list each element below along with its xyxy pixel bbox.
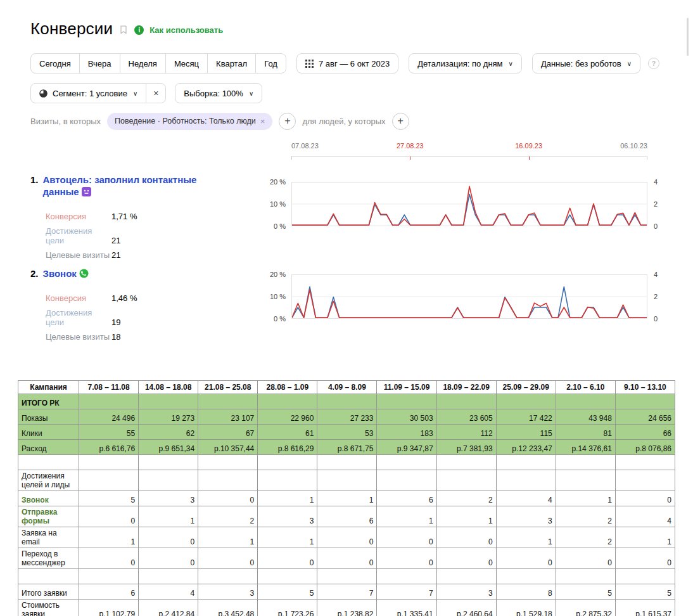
table-row: Переход в мессенджер0000000000 xyxy=(18,548,675,569)
cell-value xyxy=(556,470,615,491)
cell-value: 27 233 xyxy=(317,409,377,425)
cell-value: 112 xyxy=(436,425,496,440)
goal-2-link[interactable]: Звонок xyxy=(43,267,89,281)
left-axis-tick: 20 % xyxy=(260,177,286,186)
cell-value xyxy=(615,394,675,409)
cell-value: 1 xyxy=(377,506,436,527)
add-visit-condition-button[interactable]: + xyxy=(279,113,296,130)
segment-dropdown[interactable]: Сегмент: 1 условие ∨ xyxy=(30,83,146,103)
cell-value xyxy=(556,394,615,409)
cell-value: 7 xyxy=(377,584,436,600)
cell-value: 3 xyxy=(496,506,556,527)
chevron-down-icon: ∨ xyxy=(133,90,137,97)
cell-value: 1 xyxy=(615,527,675,548)
row-label: ИТОГО РК xyxy=(18,394,79,409)
cell-value: р.7 381,93 xyxy=(436,440,496,455)
sampling-label: Выборка: 100% xyxy=(184,89,243,98)
row-label: Переход в мессенджер xyxy=(18,548,79,569)
vertical-scrollbar[interactable] xyxy=(687,18,689,56)
period-button[interactable]: Вчера xyxy=(79,53,120,74)
cell-value: р.14 376,61 xyxy=(556,440,615,455)
cell-value: 6 xyxy=(79,584,139,600)
cell-value: 81 xyxy=(556,425,615,440)
period-column-header: 2.10 – 6.10 xyxy=(556,381,615,394)
cell-value: 17 422 xyxy=(496,409,556,425)
period-column-header: 14.08 – 18.08 xyxy=(139,381,198,394)
metric-label: Целевые визиты xyxy=(46,250,111,260)
period-button[interactable]: Неделя xyxy=(120,53,166,74)
period-button[interactable]: Квартал xyxy=(207,53,256,74)
cell-value: 0 xyxy=(139,527,198,548)
timeline-tick xyxy=(647,157,647,160)
add-people-condition-button[interactable]: + xyxy=(392,113,409,130)
row-label: Показы xyxy=(18,409,79,425)
cell-value: 5 xyxy=(556,584,615,600)
right-axis-tick: 2 xyxy=(654,292,666,301)
segment-remove-button[interactable]: × xyxy=(146,83,166,103)
sampling-dropdown[interactable]: Выборка: 100% ∨ xyxy=(175,83,262,103)
cell-value: р.8 616,29 xyxy=(258,440,317,455)
metric-value: 1,71 % xyxy=(111,212,137,221)
help-icon[interactable]: ? xyxy=(648,58,659,69)
chevron-down-icon: ∨ xyxy=(627,60,632,67)
cell-value: 0 xyxy=(615,491,675,506)
cell-value: 1 xyxy=(258,491,317,506)
segment-label: Сегмент: 1 условие xyxy=(53,89,127,98)
metric-label: Конверсия xyxy=(46,212,111,221)
cell-value xyxy=(436,569,496,584)
cell-value: 0 xyxy=(317,527,377,548)
right-axis-tick: 4 xyxy=(654,270,666,279)
bookmark-icon[interactable] xyxy=(118,25,129,35)
cell-value: 1 xyxy=(258,527,317,548)
timeline-labels: 07.08.2327.08.2316.09.2306.10.23 xyxy=(291,142,647,151)
data-mode-dropdown[interactable]: Данные: без роботов ∨ xyxy=(532,53,640,74)
cell-value xyxy=(436,470,496,491)
table-row: Звонок5301162410 xyxy=(18,491,675,506)
robotness-filter-chip[interactable]: Поведение · Роботность: Только люди × xyxy=(107,113,272,130)
cell-value: 3 xyxy=(198,584,258,600)
date-range-button[interactable]: 7 авг — 6 окт 2023 xyxy=(296,53,398,74)
table-row: Показы24 49619 27323 10722 96027 23330 5… xyxy=(18,409,675,425)
metric-row: Целевые визиты18 xyxy=(46,332,271,342)
cell-value: р.1 102,79 xyxy=(79,600,139,616)
cell-value xyxy=(436,455,496,470)
cell-value: 19 273 xyxy=(139,409,198,425)
cell-value xyxy=(139,569,198,584)
period-column-header: 11.09 – 15.09 xyxy=(377,381,436,394)
cell-value: 0 xyxy=(258,548,317,569)
table-row: ИТОГО РК xyxy=(18,394,675,409)
right-axis-tick: 2 xyxy=(654,200,666,209)
period-button[interactable]: Месяц xyxy=(165,53,208,74)
cell-value: 24 496 xyxy=(79,409,139,425)
cell-value xyxy=(377,470,436,491)
page-title: Конверсии xyxy=(30,19,113,39)
cell-value: 0 xyxy=(436,527,496,548)
goal-1-link[interactable]: Автоцель: заполнил контактные данные xyxy=(43,174,203,199)
cell-value: 0 xyxy=(377,548,436,569)
period-column-header: 18.09 – 22.09 xyxy=(436,381,496,394)
cell-value: 3 xyxy=(436,584,496,600)
timeline-tick xyxy=(529,157,530,160)
metric-label: Достижения цели xyxy=(46,226,111,245)
cell-value: 66 xyxy=(615,425,675,440)
chevron-down-icon: ∨ xyxy=(509,60,513,67)
detalization-dropdown[interactable]: Детализация: по дням ∨ xyxy=(409,53,522,74)
cell-value: 4 xyxy=(139,584,198,600)
chip-close-icon[interactable]: × xyxy=(260,117,265,126)
period-button[interactable]: Сегодня xyxy=(30,53,80,74)
period-selector: СегодняВчераНеделяМесяцКварталГод xyxy=(30,53,286,74)
chevron-down-icon: ∨ xyxy=(249,90,253,97)
row-label: Клики xyxy=(18,425,79,440)
cell-value: 2 xyxy=(556,506,615,527)
cell-value xyxy=(198,394,258,409)
cell-value: 30 503 xyxy=(377,409,436,425)
cell-value: 4 xyxy=(496,491,556,506)
chip-label: Поведение · Роботность: Только люди xyxy=(115,117,256,125)
period-button[interactable]: Год xyxy=(255,53,286,74)
cell-value: р.1 615,37 xyxy=(615,600,675,616)
how-to-use-link[interactable]: Как использовать xyxy=(149,25,223,35)
cell-value xyxy=(139,394,198,409)
cell-value: р.1 238,82 xyxy=(317,600,377,616)
timeline-tick xyxy=(291,157,292,160)
timeline-axis xyxy=(291,156,647,160)
